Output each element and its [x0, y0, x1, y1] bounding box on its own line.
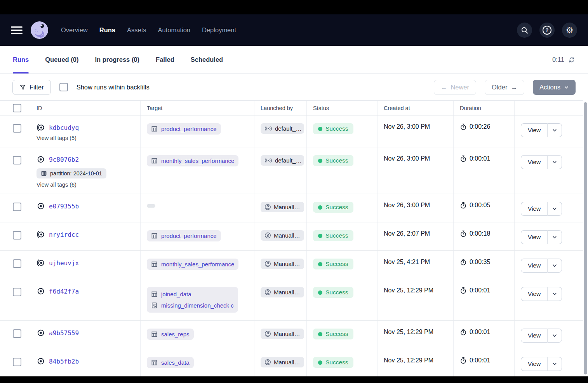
stopwatch-icon [460, 123, 467, 130]
view-dropdown-button[interactable] [547, 287, 562, 301]
duration-value: 0:00:26 [470, 123, 490, 130]
table-icon [151, 331, 158, 338]
view-dropdown-button[interactable] [547, 202, 562, 216]
view-button[interactable]: View [521, 123, 547, 137]
duration-value: 0:00:35 [470, 259, 490, 266]
view-button[interactable]: View [521, 287, 547, 301]
row-checkbox[interactable] [13, 156, 21, 164]
row-checkbox[interactable] [13, 231, 21, 240]
row-checkbox[interactable] [13, 358, 21, 366]
backfills-checkbox[interactable] [59, 83, 68, 91]
tab-runs[interactable]: Runs [13, 46, 29, 73]
target-pill[interactable]: joined_datamissing_dimension_check c [147, 287, 238, 313]
run-id-link[interactable]: e079355b [49, 203, 79, 210]
menu-icon[interactable] [11, 26, 23, 34]
sensor-icon [264, 126, 272, 131]
view-dropdown-button[interactable] [547, 329, 562, 343]
row-checkbox[interactable] [13, 124, 21, 133]
search-icon[interactable] [517, 23, 532, 38]
run-id-link[interactable]: ujheuvjx [49, 259, 79, 267]
table-row: e079355b Manuall… Success Nov 26, 3:00 P… [0, 194, 583, 222]
tab-in-progress-0[interactable]: In progress (0) [95, 46, 139, 73]
launched-by-pill[interactable]: Manuall… [261, 259, 304, 269]
cell-actions: View [515, 251, 583, 279]
run-id-link[interactable]: nryirdcc [49, 231, 79, 238]
cell-id: f6d42f7a [30, 279, 141, 320]
run-id-link[interactable]: 84b5fb2b [49, 358, 79, 365]
row-checkbox[interactable] [13, 288, 21, 296]
arrow-right-icon: → [511, 84, 517, 91]
actions-button[interactable]: Actions [533, 80, 576, 95]
view-button[interactable]: View [521, 329, 547, 343]
view-button[interactable]: View [521, 202, 547, 216]
older-button[interactable]: Older→ [485, 80, 524, 95]
dagster-logo[interactable] [30, 21, 49, 39]
filter-button[interactable]: Filter [12, 80, 51, 95]
nav-item-deployment[interactable]: Deployment [202, 26, 236, 34]
launched-by-pill[interactable]: default_… [261, 155, 304, 166]
target-label: joined_data [161, 291, 191, 297]
target-pill[interactable]: monthly_sales_performance [147, 155, 238, 166]
runs-page: OverviewRunsAssetsAutomationDeployment ?… [0, 0, 588, 383]
view-dropdown-button[interactable] [547, 357, 562, 371]
target-pill[interactable]: sales_reps [147, 329, 194, 340]
view-button[interactable]: View [521, 155, 547, 169]
newer-button[interactable]: ←Newer [434, 80, 476, 95]
status-badge: Success [313, 287, 353, 298]
target-label: sales_reps [161, 331, 190, 338]
view-all-tags-link[interactable]: View all tags (6) [37, 182, 77, 188]
table-icon [151, 359, 158, 366]
nav-item-runs[interactable]: Runs [99, 26, 115, 34]
launched-by-pill[interactable]: Manuall… [261, 329, 304, 339]
nav-item-overview[interactable]: Overview [61, 26, 88, 34]
nav-item-assets[interactable]: Assets [127, 26, 146, 34]
gear-icon[interactable]: ⚙ [562, 23, 577, 38]
vertical-scrollbar[interactable] [584, 102, 587, 374]
view-dropdown-button[interactable] [547, 155, 562, 169]
tab-scheduled[interactable]: Scheduled [191, 46, 223, 73]
refresh-icon[interactable] [568, 56, 575, 63]
person-icon [264, 359, 271, 366]
tab-queued-0[interactable]: Queued (0) [45, 46, 78, 73]
view-dropdown-button[interactable] [547, 230, 562, 244]
run-id-link[interactable]: f6d42f7a [49, 288, 79, 295]
launched-by-label: Manuall… [274, 261, 300, 267]
view-button[interactable]: View [521, 230, 547, 244]
launched-by-pill[interactable]: Manuall… [261, 230, 304, 241]
cell-duration: 0:00:01 [454, 147, 515, 194]
view-dropdown-button[interactable] [547, 123, 562, 137]
target-pill[interactable]: sales_data [147, 357, 194, 368]
target-pill[interactable]: monthly_sales_performance [147, 259, 238, 270]
table-row: 84b5fb2b sales_data Manuall… Success Nov… [0, 349, 583, 378]
view-all-tags-link[interactable]: View all tags (5) [37, 135, 77, 141]
tab-failed[interactable]: Failed [156, 46, 174, 73]
target-pill[interactable]: product_performance [147, 123, 221, 135]
row-checkbox[interactable] [13, 259, 21, 268]
run-rings-icon [37, 230, 45, 239]
row-checkbox[interactable] [13, 203, 21, 211]
view-dropdown-button[interactable] [547, 259, 562, 273]
stopwatch-icon [460, 357, 467, 364]
run-id-link[interactable]: kdbcudyq [49, 124, 79, 131]
column-header-created-at: Created at [378, 101, 454, 115]
launched-by-label: Manuall… [274, 289, 300, 296]
stopwatch-icon [460, 230, 467, 237]
launched-by-pill[interactable]: Manuall… [261, 202, 304, 212]
table-body: kdbcudyq View all tags (5) product_perfo… [0, 115, 583, 378]
select-all-checkbox[interactable] [13, 104, 21, 112]
cell-actions: View [515, 194, 583, 222]
run-id-link[interactable]: 9c8076b2 [49, 156, 79, 163]
view-button[interactable]: View [521, 357, 547, 371]
run-id-link[interactable]: a9b57559 [49, 329, 79, 337]
cell-created-at: Nov 26, 2:07 PM [378, 222, 454, 250]
view-button[interactable]: View [521, 259, 547, 273]
help-icon[interactable]: ? [539, 23, 555, 38]
launched-by-pill[interactable]: Manuall… [261, 357, 304, 367]
run-rings-icon [37, 259, 45, 267]
launched-by-label: Manuall… [274, 331, 300, 337]
launched-by-pill[interactable]: default_… [261, 123, 304, 134]
launched-by-pill[interactable]: Manuall… [261, 287, 304, 297]
target-pill[interactable]: product_performance [147, 230, 221, 241]
row-checkbox[interactable] [13, 329, 21, 338]
nav-item-automation[interactable]: Automation [158, 26, 190, 34]
